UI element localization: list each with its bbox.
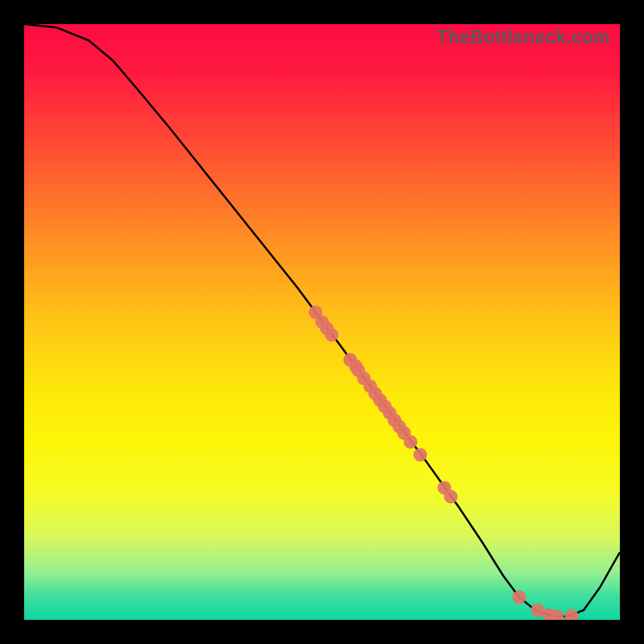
data-point bbox=[513, 591, 526, 605]
chart-frame: TheBottleneck.com bbox=[0, 0, 644, 644]
plot-area: TheBottleneck.com bbox=[24, 24, 620, 620]
data-point bbox=[325, 328, 339, 342]
data-point bbox=[404, 436, 418, 449]
data-markers bbox=[309, 306, 579, 621]
data-point bbox=[414, 448, 427, 462]
chart-svg bbox=[24, 24, 620, 620]
data-point bbox=[444, 490, 458, 504]
data-point bbox=[565, 609, 579, 621]
